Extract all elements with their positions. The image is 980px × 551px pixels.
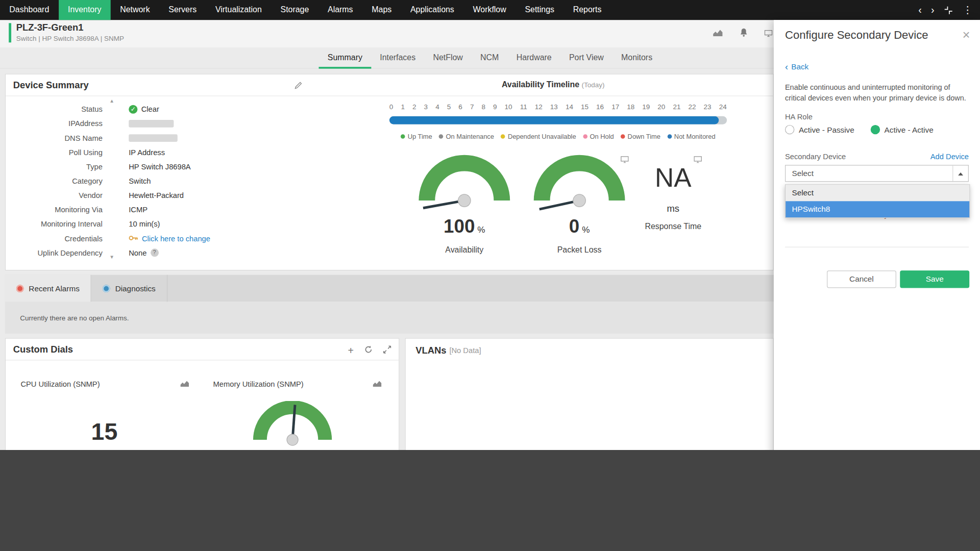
memory-gauge-dial (252, 401, 333, 450)
timeline-tick: 15 (581, 103, 589, 111)
response-time-label: Response Time (610, 222, 736, 231)
redacted-value (129, 134, 178, 142)
tab-recent-alarms[interactable]: Recent Alarms (5, 275, 91, 302)
timeline-tick: 18 (627, 103, 634, 111)
summary-row-type: Type HP Switch J8698A (12, 159, 274, 173)
radio-icon (785, 125, 794, 134)
add-dial-icon[interactable]: + (348, 346, 354, 355)
top-navigation: Dashboard Inventory Network Servers Virt… (0, 0, 980, 20)
status-ok-icon: ✓ (129, 105, 137, 113)
nav-item-inventory[interactable]: Inventory (59, 0, 111, 20)
timeline-tick: 21 (673, 103, 680, 111)
expand-icon[interactable] (383, 345, 391, 356)
performance-chart-icon[interactable] (713, 28, 723, 39)
save-button[interactable]: Save (900, 270, 969, 288)
add-device-link[interactable]: Add Device (930, 153, 969, 161)
custom-dials-title: Custom Dials (13, 343, 73, 354)
device-summary-header: Device Summary Availability Timeline (To… (6, 74, 773, 96)
alarms-empty-state: Currently there are no open Alarms. (5, 302, 774, 333)
vlans-no-data-badge: [No Data] (449, 346, 481, 355)
cpu-utilization-value: 15 (11, 418, 198, 445)
tab-diagnostics[interactable]: Diagnostics (91, 275, 167, 302)
tab-ncm[interactable]: NCM (472, 47, 508, 69)
timeline-tick: 23 (704, 103, 712, 111)
timeline-tick: 19 (642, 103, 650, 111)
collapse-icon[interactable] (944, 5, 953, 14)
nav-item-workflow[interactable]: Workflow (463, 0, 516, 20)
nav-item-storage[interactable]: Storage (271, 0, 318, 20)
timeline-subtitle: (Today) (582, 81, 605, 89)
summary-row-poll-using: Poll Using IP Address (12, 145, 274, 159)
alarm-bell-icon[interactable] (740, 28, 748, 40)
nav-item-virtualization[interactable]: Virtualization (206, 0, 272, 20)
chevron-left-icon[interactable]: ‹ (918, 0, 922, 20)
secondary-device-dropdown: Select HPSwitch8 (785, 184, 970, 218)
tab-monitors[interactable]: Monitors (612, 47, 661, 69)
availability-unit: % (477, 224, 485, 235)
availability-gauge-dial (418, 153, 511, 212)
response-time-readout: NA ms Response Time (610, 153, 736, 231)
timeline-tick: 6 (458, 103, 462, 111)
timeline-tick: 10 (505, 103, 512, 111)
tab-hardware[interactable]: Hardware (508, 47, 560, 69)
chevron-right-icon[interactable]: › (931, 0, 935, 20)
edit-device-summary-icon[interactable] (295, 81, 303, 92)
summary-row-vendor: Vendor Hewlett-Packard (12, 188, 274, 203)
timeline-tick: 8 (481, 103, 485, 111)
timeline-tick: 17 (611, 103, 619, 111)
device-meta: Switch | HP Switch J8698A | SNMP (16, 34, 124, 42)
legend-on-maintenance: On Maintenance (439, 133, 494, 140)
memory-chart-icon[interactable] (373, 379, 382, 390)
timeline-tick: 2 (412, 103, 416, 111)
close-icon[interactable]: × (962, 28, 970, 42)
diagnostics-icon (103, 285, 110, 292)
secondary-device-select[interactable]: Select (785, 165, 969, 182)
radio-active-active[interactable]: Active - Active (871, 125, 934, 134)
timeline-legend: Up Time On Maintenance Dependent Unavail… (358, 133, 758, 140)
availability-gauge: 100% Availability (402, 153, 527, 254)
legend-not-monitored: Not Monitored (667, 133, 715, 140)
nav-item-dashboard[interactable]: Dashboard (0, 0, 59, 20)
response-time-value: NA (610, 163, 736, 193)
nav-item-applications[interactable]: Applications (401, 0, 464, 20)
tab-netflow[interactable]: NetFlow (424, 47, 472, 69)
kebab-menu-icon[interactable]: ⋮ (963, 0, 973, 20)
nav-item-alarms[interactable]: Alarms (318, 0, 362, 20)
radio-active-passive[interactable]: Active - Passive (785, 125, 854, 134)
nav-item-servers[interactable]: Servers (159, 0, 206, 20)
cpu-chart-icon[interactable] (180, 379, 189, 390)
refresh-icon[interactable] (364, 345, 373, 356)
dropdown-option-select[interactable]: Select (786, 185, 969, 201)
nav-item-network[interactable]: Network (111, 0, 159, 20)
timeline-tick: 14 (566, 103, 573, 111)
availability-timeline-bar (389, 116, 727, 124)
legend-dot (401, 134, 405, 139)
nav-item-reports[interactable]: Reports (564, 0, 610, 20)
timeline-tick: 7 (470, 103, 474, 111)
cancel-button[interactable]: Cancel (827, 270, 896, 288)
help-icon[interactable]: ? (151, 248, 159, 257)
tab-summary[interactable]: Summary (319, 47, 371, 69)
select-current-value: Select (792, 169, 814, 178)
device-summary-panel: Device Summary Availability Timeline (To… (5, 73, 774, 270)
nav-item-settings[interactable]: Settings (516, 0, 564, 20)
device-tools-icon[interactable] (765, 28, 773, 39)
uptime-bar-segment (389, 116, 719, 124)
back-link[interactable]: ‹ Back (785, 62, 808, 71)
alarm-icon (16, 285, 24, 292)
dropdown-option-hpswitch8[interactable]: HPSwitch8 (786, 201, 969, 217)
tab-port-view[interactable]: Port View (560, 47, 612, 69)
nav-window-controls: ‹ › ⋮ (918, 0, 980, 20)
packet-loss-unit: % (582, 224, 590, 235)
nav-item-maps[interactable]: Maps (362, 0, 401, 20)
change-credentials-link[interactable]: Click here to change (142, 234, 210, 243)
timeline-tick: 3 (424, 103, 428, 111)
timeline-tick: 13 (550, 103, 558, 111)
device-status-accent (9, 23, 11, 42)
custom-dials-panel: Custom Dials + CPU Utilization (SNMP) 15… (5, 338, 400, 450)
summary-row-credentials: Credentials Click here to change (12, 231, 274, 245)
timeline-tick: 1 (401, 103, 405, 111)
caret-up-icon[interactable] (952, 165, 968, 181)
tab-interfaces[interactable]: Interfaces (371, 47, 424, 69)
configure-secondary-device-drawer: Configure Secondary Device × ‹ Back Enab… (774, 20, 980, 450)
